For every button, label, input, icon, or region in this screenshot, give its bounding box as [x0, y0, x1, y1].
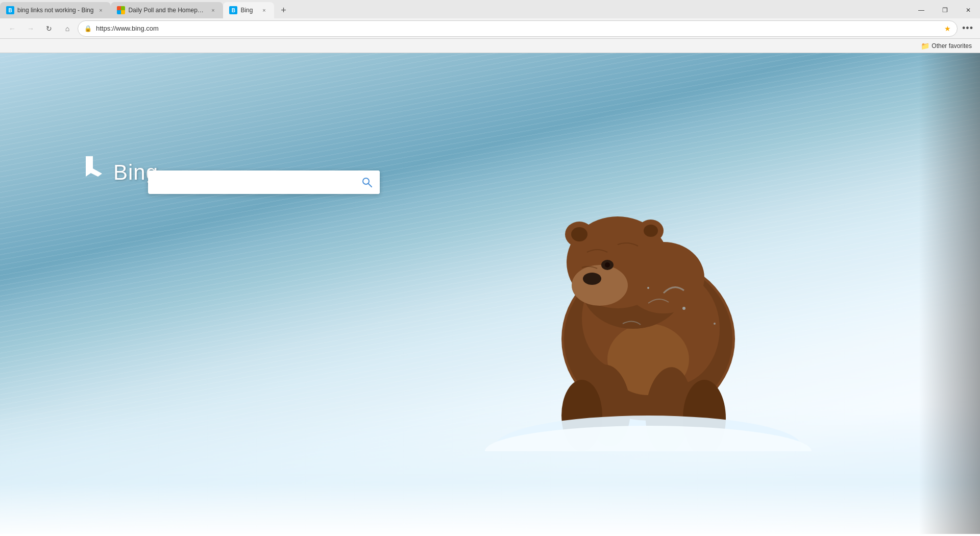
- svg-point-24: [714, 323, 716, 325]
- tab-bing-active[interactable]: B Bing ×: [223, 2, 274, 18]
- tab-daily-poll[interactable]: Daily Poll and the Homepage Q... ×: [111, 2, 223, 18]
- refresh-button[interactable]: ↻: [41, 20, 57, 37]
- search-button[interactable]: [354, 170, 380, 194]
- svg-point-22: [682, 307, 685, 310]
- other-favorites-label: Other favorites: [932, 42, 972, 50]
- address-input[interactable]: [96, 25, 940, 32]
- svg-point-25: [363, 178, 369, 184]
- restore-button[interactable]: ❐: [933, 2, 957, 18]
- other-favorites-button[interactable]: 📁 Other favorites: [917, 41, 976, 51]
- back-button[interactable]: ←: [4, 20, 20, 37]
- address-bar-container: 🔒 ★: [78, 20, 958, 37]
- folder-icon: 📁: [921, 42, 929, 50]
- window-controls: — ❐ ✕: [910, 2, 980, 18]
- tab-close-1[interactable]: ×: [96, 6, 105, 14]
- svg-point-23: [647, 287, 649, 289]
- new-tab-button[interactable]: +: [274, 2, 292, 18]
- tab-favicon-1: B: [6, 6, 14, 14]
- tab-bar: B bing links not working - Bing × Daily …: [0, 0, 980, 18]
- bear-image: [470, 145, 827, 451]
- svg-line-26: [369, 184, 372, 187]
- favorites-bar: 📁 Other favorites: [0, 39, 980, 53]
- browser-chrome: B bing links not working - Bing × Daily …: [0, 0, 980, 53]
- bing-page: Bing: [0, 53, 980, 534]
- svg-point-11: [605, 262, 610, 267]
- tab-title-1: bing links not working - Bing: [17, 7, 93, 14]
- svg-point-9: [583, 273, 601, 285]
- tab-title-2: Daily Poll and the Homepage Q...: [128, 7, 206, 14]
- tab-title-3: Bing: [240, 7, 257, 14]
- tab-close-2[interactable]: ×: [209, 6, 217, 14]
- lock-icon: 🔒: [84, 25, 92, 32]
- bing-logo-icon: [82, 155, 107, 190]
- svg-point-8: [572, 265, 628, 306]
- minimize-button[interactable]: —: [910, 2, 933, 18]
- search-input[interactable]: [148, 178, 354, 187]
- dark-right-edge: [919, 53, 980, 534]
- tab-close-3[interactable]: ×: [260, 6, 268, 14]
- tab-favicon-2: [117, 6, 125, 14]
- more-button[interactable]: •••: [960, 20, 976, 37]
- favorite-star-icon[interactable]: ★: [944, 25, 951, 33]
- search-bar-container: [148, 170, 380, 194]
- tab-favicon-3: B: [229, 6, 237, 14]
- svg-point-13: [571, 227, 587, 241]
- bing-logo-area: Bing: [82, 155, 158, 190]
- nav-bar: ← → ↻ ⌂ 🔒 ★ •••: [0, 18, 980, 39]
- tab-bing-links[interactable]: B bing links not working - Bing ×: [0, 2, 111, 18]
- forward-button[interactable]: →: [22, 20, 39, 37]
- close-button[interactable]: ✕: [957, 2, 980, 18]
- right-nav-buttons: •••: [960, 20, 976, 37]
- home-button[interactable]: ⌂: [59, 20, 76, 37]
- svg-point-15: [644, 225, 658, 237]
